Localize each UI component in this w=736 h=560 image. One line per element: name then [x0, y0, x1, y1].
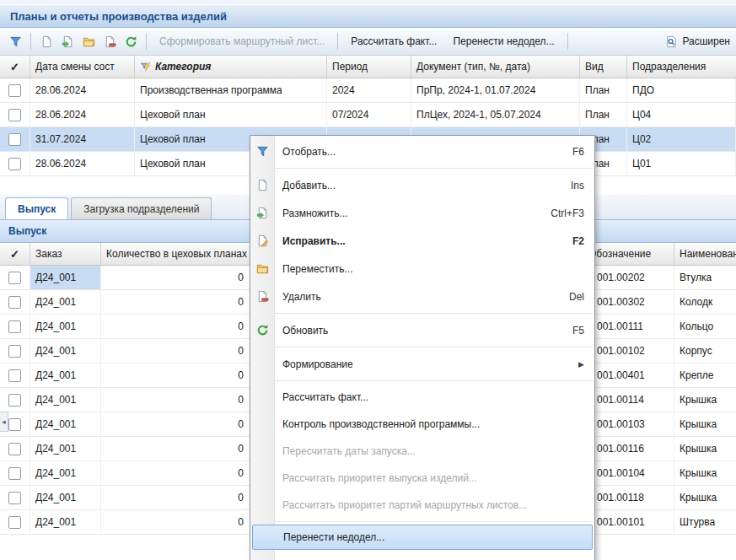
cell-designation: 001.00104 [582, 461, 674, 485]
move-button[interactable] [78, 31, 99, 51]
delete-button[interactable] [99, 31, 120, 51]
row-checkbox[interactable] [8, 492, 21, 504]
cell-qty: 0 [101, 290, 253, 314]
cell-designation: 001.00103 [582, 412, 674, 436]
menu-item-dobavit[interactable]: Добавить... Ins [250, 171, 594, 199]
row-checkbox-cell [0, 103, 30, 127]
row-checkbox-cell [0, 486, 30, 509]
row-checkbox-cell [0, 315, 30, 338]
menu-item-prioritet-vypuska: Рассчитать приоритет выпуска изделий... [250, 465, 594, 492]
cell-designation: 001.00116 [582, 437, 674, 460]
menu-item-perenesti-nedodel[interactable]: Перенести недодел... [252, 525, 593, 550]
cell-date: 31.07.2024 [30, 127, 135, 151]
add-button[interactable] [36, 31, 56, 51]
edit-document-icon [255, 234, 269, 248]
new-document-icon [40, 35, 53, 48]
menu-item-rasschitat-fakt[interactable]: Рассчитать факт... [250, 384, 594, 411]
transfer-backlog-button[interactable]: Перенести недодел... [445, 31, 561, 51]
row-checkbox[interactable] [8, 296, 21, 309]
plans-header-document[interactable]: Документ (тип, №, дата) [411, 56, 580, 78]
refresh-icon [255, 324, 269, 337]
menu-item-formirovanie[interactable]: Формирование ▶ [250, 350, 594, 378]
duplicate-button[interactable] [57, 31, 78, 51]
toolbar: Сформировать маршрутный лист... Рассчита… [0, 28, 736, 56]
tab-vypusk[interactable]: Выпуск [5, 197, 68, 219]
row-checkbox-cell [0, 78, 30, 102]
plans-header-date[interactable]: Дата смены сост [30, 56, 135, 78]
delete-document-icon [255, 290, 269, 304]
plans-header-departments[interactable]: Подразделения [627, 56, 736, 78]
cell-document: ПлЦех, 2024-1, 05.07.2024 [411, 103, 580, 127]
cell-qty: 0 [101, 437, 253, 460]
menu-item-pereschitat-daty: Пересчитать даты запуска... [250, 438, 594, 465]
delete-document-icon [104, 35, 116, 48]
row-checkbox[interactable] [8, 109, 21, 121]
cell-designation: 001.00111 [582, 315, 674, 338]
cell-order: Д24_001 [30, 339, 101, 363]
menu-item-obnovit[interactable]: Обновить F5 [250, 316, 594, 344]
cell-designation: 001.00118 [582, 486, 674, 509]
cell-qty: 0 [101, 315, 253, 338]
filter-icon [255, 145, 269, 159]
plans-header-period[interactable]: Период [327, 56, 411, 78]
row-checkbox[interactable] [8, 394, 21, 407]
plans-header-check[interactable]: ✓ [0, 56, 30, 78]
row-checkbox[interactable] [8, 516, 21, 529]
row-checkbox[interactable] [8, 443, 21, 455]
output-header-qty[interactable]: Количество в цеховых планах [101, 243, 253, 265]
row-checkbox[interactable] [8, 345, 21, 358]
table-row[interactable]: 28.06.2024 Производственная программа 20… [0, 78, 736, 103]
menu-item-peremestit[interactable]: Переместить... [250, 255, 594, 283]
row-checkbox-cell [0, 437, 30, 460]
cell-order: Д24_001 [30, 486, 101, 509]
row-checkbox[interactable] [8, 272, 21, 284]
row-checkbox[interactable] [8, 418, 21, 431]
cell-departments: Ц01 [627, 152, 736, 175]
output-header-check[interactable]: ✓ [0, 243, 30, 265]
output-header-designation[interactable]: Обозначение [582, 243, 674, 265]
plans-header-category-label: Категория [155, 61, 211, 73]
table-row[interactable]: 28.06.2024 Цеховой план 07/2024 ПлЦех, 2… [0, 103, 736, 127]
cell-name: Колодк [674, 290, 736, 314]
cell-name: Крышка [674, 461, 736, 485]
refresh-button[interactable] [121, 31, 141, 51]
menu-separator [252, 380, 593, 381]
menu-item-udalit[interactable]: Удалить Del [250, 283, 594, 310]
row-checkbox[interactable] [8, 84, 21, 97]
row-checkbox[interactable] [8, 467, 21, 480]
cell-qty: 0 [101, 461, 253, 485]
extended-button[interactable]: Расширен [658, 31, 736, 51]
cell-date: 28.06.2024 [30, 152, 135, 175]
panel-collapse-handle[interactable]: ◂ [0, 412, 8, 432]
row-checkbox[interactable] [8, 158, 21, 170]
cell-name: Втулка [674, 266, 736, 289]
app-window: Планы и отчеты производства изделий Сфор… [0, 0, 736, 560]
check-icon: ✓ [10, 248, 19, 261]
cell-qty: 0 [101, 266, 253, 289]
output-header-order[interactable]: Заказ [30, 243, 101, 265]
menu-item-otobrat[interactable]: Отобрать... F6 [250, 137, 594, 165]
row-checkbox[interactable] [8, 369, 21, 382]
menu-item-prioritet-partiy: Рассчитать приоритет партий маршрутных л… [250, 492, 594, 519]
calc-fact-button[interactable]: Рассчитать факт... [343, 31, 444, 51]
toolbar-separator [146, 33, 147, 50]
cell-qty: 0 [101, 486, 253, 509]
filter-icon [9, 35, 22, 48]
cell-designation: 001.00101 [582, 510, 674, 534]
tab-zagruzka-podrazdeleniy[interactable]: Загрузка подразделений [71, 197, 212, 219]
menu-item-ispravit[interactable]: Исправить... F2 [250, 227, 594, 255]
extended-button-label: Расширен [682, 35, 730, 47]
output-header-name[interactable]: Наименование [674, 243, 736, 265]
menu-item-razmnozhit[interactable]: Размножить... Ctrl+F3 [250, 199, 594, 227]
folder-move-icon [255, 262, 269, 276]
menu-item-kontrol-programmy[interactable]: Контроль производственной программы... [250, 411, 594, 438]
row-checkbox[interactable] [8, 133, 21, 146]
context-menu: Отобрать... F6 Добавить... Ins Размножит… [250, 135, 595, 560]
plans-header-category[interactable]: Категория [135, 56, 327, 78]
plans-header-kind[interactable]: Вид [580, 56, 627, 78]
row-checkbox[interactable] [8, 320, 21, 333]
cell-document: ПрПр, 2024-1, 01.07.2024 [411, 78, 580, 102]
cell-designation: 001.00102 [582, 339, 674, 363]
cell-order: Д24_001 [30, 363, 101, 387]
filter-button[interactable] [5, 31, 25, 51]
